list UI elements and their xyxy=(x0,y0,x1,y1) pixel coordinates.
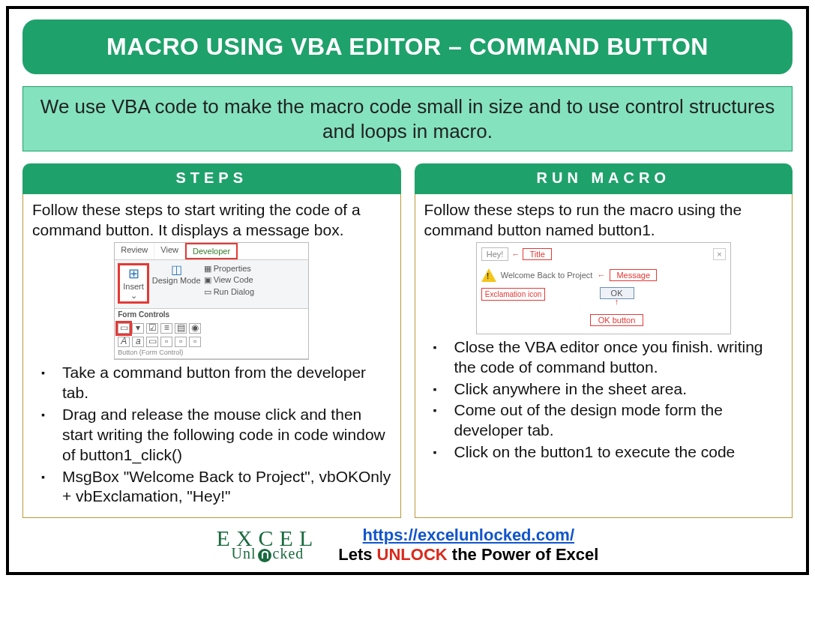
combo-control-icon: ▾ xyxy=(132,323,144,334)
misc-control-icon: ▫ xyxy=(160,337,172,347)
tag-post: the Power of Excel xyxy=(448,545,599,564)
tagline: Lets UNLOCK the Power of Excel xyxy=(338,545,598,564)
form-control-caption: Button (Form Control) xyxy=(115,349,308,359)
steps-item-2: Drag and release the mouse click and the… xyxy=(49,405,391,466)
ribbon-tabs: Review View Developer xyxy=(115,243,308,260)
run-macro-header: RUN MACRO xyxy=(415,163,793,194)
run-item-1: Close the VBA editor once you finish. wr… xyxy=(441,337,784,378)
message-callout-label: Message xyxy=(610,269,657,281)
logo-post: cked xyxy=(273,545,304,562)
option-control-icon: ◉ xyxy=(189,323,201,334)
msgbox-lower-row: Exclamation icon OK ↑ OK button xyxy=(481,288,726,326)
form-controls-title: Form Controls xyxy=(115,309,308,322)
insert-button-highlight: ⊞ Insert ⌄ xyxy=(118,263,149,304)
exclamation-callout-label: Exclamation icon xyxy=(481,288,546,301)
tag-unlock: UNLOCK xyxy=(377,545,448,564)
steps-item-3: MsgBox "Welcome Back to Project", vbOKOn… xyxy=(49,467,391,508)
steps-header: STEPS xyxy=(22,163,401,194)
arrow-left-icon: ← xyxy=(511,249,520,259)
close-icon: × xyxy=(713,248,725,260)
ribbon-content: ⊞ Insert ⌄ ◫ Design Mode ▦ Properties ▣ … xyxy=(115,260,308,307)
ribbon-tab-view: View xyxy=(154,243,185,259)
design-mode-icon: ◫ xyxy=(152,263,201,277)
run-item-3: Come out of the design mode form the dev… xyxy=(441,400,784,441)
ok-callout-label: OK button xyxy=(590,314,644,326)
steps-list: Take a command button from the developer… xyxy=(32,363,391,507)
ribbon-mock: Review View Developer ⊞ Insert ⌄ ◫ xyxy=(114,242,309,360)
form-controls-dropdown: Form Controls ▭ ▾ ☑ ≡ ▤ ◉ A xyxy=(115,308,308,359)
logo-pre: Unl xyxy=(232,545,256,562)
fc-row-1: ▭ ▾ ☑ ≡ ▤ ◉ xyxy=(115,322,308,335)
footer-text: https://excelunlocked.com/ Lets UNLOCK t… xyxy=(338,526,598,565)
run-item-4: Click on the button1 to execute the code xyxy=(441,442,784,463)
chevron-down-icon: ⌄ xyxy=(123,291,144,300)
footer-url-link[interactable]: https://excelunlocked.com/ xyxy=(363,526,574,544)
spin-control-icon: ≡ xyxy=(160,323,172,334)
insert-label: Insert xyxy=(123,282,144,291)
run-macro-column: RUN MACRO Follow these steps to run the … xyxy=(415,163,793,518)
exclamation-triangle-icon xyxy=(481,268,496,282)
page-subtitle: We use VBA code to make the macro code s… xyxy=(22,86,793,151)
run-macro-intro: Follow these steps to run the macro usin… xyxy=(424,200,784,241)
arrow-up-icon: ↑ xyxy=(553,298,680,305)
misc3-control-icon: ▫ xyxy=(189,337,201,347)
design-mode-group: ◫ Design Mode xyxy=(152,263,201,286)
button-control-icon: ▭ xyxy=(118,323,130,334)
viewcode-label: ▣ View Code xyxy=(204,274,254,286)
misc2-control-icon: ▫ xyxy=(175,337,187,347)
rundialog-label: ▭ Run Dialog xyxy=(204,286,254,298)
check-control-icon: ☑ xyxy=(146,323,158,334)
columns-container: STEPS Follow these steps to start writin… xyxy=(22,163,793,518)
ok-section: OK ↑ OK button xyxy=(553,288,680,326)
insert-icon: ⊞ xyxy=(123,267,144,282)
fc-row-2: A a ▭ ▫ ▫ ▫ xyxy=(115,335,308,349)
lock-icon xyxy=(258,549,271,562)
msgbox-msg-row: Welcome Back to Project ← Message xyxy=(481,268,726,282)
group-control-icon: ▭ xyxy=(146,337,158,347)
run-item-2: Click anywhere in the sheet area. xyxy=(441,379,784,400)
title-callout-label: Title xyxy=(523,248,551,260)
tag-pre: Lets xyxy=(338,545,376,564)
footer: EXCEL Unlcked https://excelunlocked.com/… xyxy=(22,523,793,566)
run-macro-body: Follow these steps to run the macro usin… xyxy=(415,194,793,518)
ribbon-tab-review: Review xyxy=(115,243,154,259)
msgbox-mock: Hey! ← Title × Welcome Back to Project ←… xyxy=(476,242,731,334)
ribbon-illustration: Review View Developer ⊞ Insert ⌄ ◫ xyxy=(32,242,391,360)
msgbox-message-text: Welcome Back to Project xyxy=(501,270,593,280)
page-title: MACRO USING VBA EDITOR – COMMAND BUTTON xyxy=(22,19,793,74)
steps-body: Follow these steps to start writing the … xyxy=(22,194,401,518)
steps-item-1: Take a command button from the developer… xyxy=(49,363,391,403)
arrow-left-icon-2: ← xyxy=(597,270,605,280)
msgbox-title-text: Hey! xyxy=(481,247,509,261)
steps-intro: Follow these steps to start writing the … xyxy=(32,200,391,241)
logo-unlocked-text: Unlcked xyxy=(232,547,304,562)
document-frame: MACRO USING VBA EDITOR – COMMAND BUTTON … xyxy=(6,6,809,575)
logo: EXCEL Unlcked xyxy=(217,529,319,562)
ribbon-tab-developer: Developer xyxy=(185,243,238,259)
run-macro-list: Close the VBA editor once you finish. wr… xyxy=(424,337,784,463)
ribbon-prop-list: ▦ Properties ▣ View Code ▭ Run Dialog xyxy=(204,263,254,298)
ok-label-wrap: OK button xyxy=(553,305,680,326)
label-control-icon: A xyxy=(118,337,130,347)
msgbox-top-row: Hey! ← Title × xyxy=(481,247,726,261)
steps-column: STEPS Follow these steps to start writin… xyxy=(22,163,401,518)
list-control-icon: ▤ xyxy=(175,323,187,334)
properties-label: ▦ Properties xyxy=(204,263,254,274)
msgbox-illustration: Hey! ← Title × Welcome Back to Project ←… xyxy=(424,242,784,334)
scroll-control-icon: a xyxy=(132,337,144,347)
design-mode-label: Design Mode xyxy=(152,276,201,285)
